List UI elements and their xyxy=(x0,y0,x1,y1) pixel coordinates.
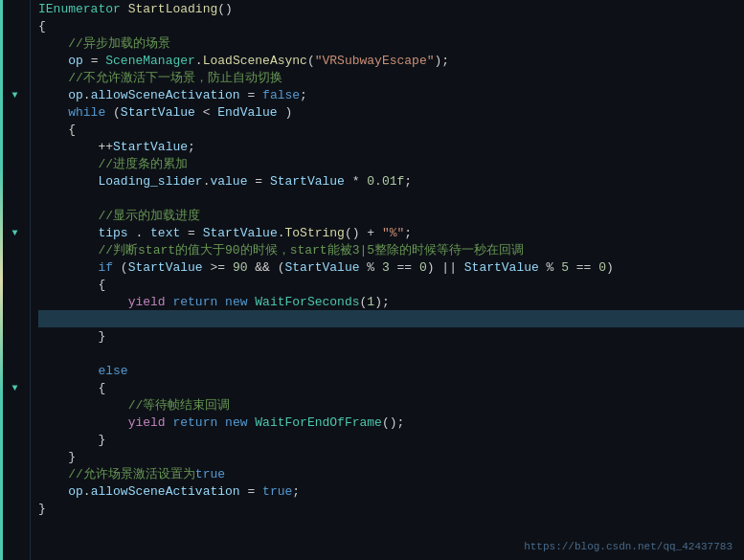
code-line-30: } xyxy=(38,500,744,517)
fold-3[interactable] xyxy=(9,34,22,52)
code-line-26: } xyxy=(38,431,744,448)
code-line-9: ++ StartValue ; xyxy=(38,138,744,155)
fold-2[interactable] xyxy=(9,17,22,34)
code-editor: ▼ ▼ ▼ IEnumerator StartLoad xyxy=(0,0,744,560)
fold-26[interactable] xyxy=(9,431,22,448)
code-line-25: yield return new WaitForEndOfFrame (); xyxy=(38,414,744,431)
code-line-27: } xyxy=(38,448,744,465)
code-line-10: //进度条的累加 xyxy=(38,155,744,172)
code-line-21 xyxy=(38,345,744,362)
code-line-2: { xyxy=(38,17,744,34)
code-content[interactable]: IEnumerator StartLoading () { //异步加载的场景 … xyxy=(31,0,744,560)
fold-1[interactable] xyxy=(9,0,22,17)
fold-9[interactable] xyxy=(9,138,22,155)
fold-6[interactable]: ▼ xyxy=(9,86,22,103)
code-line-4: op = SceneManager . LoadSceneAsync ( "VR… xyxy=(38,52,744,69)
fold-5[interactable] xyxy=(9,69,22,86)
fold-4[interactable] xyxy=(9,52,22,69)
code-line-6: op . allowSceneActivation = false ; xyxy=(38,86,744,103)
fold-13[interactable] xyxy=(9,207,22,224)
fold-24[interactable] xyxy=(9,396,22,414)
fold-10[interactable] xyxy=(9,155,22,172)
fold-7[interactable] xyxy=(9,103,22,121)
code-line-8: { xyxy=(38,121,744,138)
code-line-7: while ( StartValue < EndValue ) xyxy=(38,103,744,121)
fold-20[interactable] xyxy=(9,327,22,345)
fold-23[interactable]: ▼ xyxy=(9,379,22,396)
fold-11[interactable] xyxy=(9,172,22,190)
fold-16[interactable] xyxy=(9,258,22,276)
code-line-20: } xyxy=(38,327,744,345)
fold-17[interactable] xyxy=(9,276,22,293)
fold-29[interactable] xyxy=(9,482,22,500)
fold-21[interactable] xyxy=(9,345,22,362)
code-line-15: //判断start的值大于90的时候，start能被3|5整除的时候等待一秒在回… xyxy=(38,241,744,258)
code-line-19 xyxy=(38,310,744,327)
code-line-17: { xyxy=(38,276,744,293)
change-indicator xyxy=(0,0,3,560)
code-line-23: { xyxy=(38,379,744,396)
fold-22[interactable] xyxy=(9,362,22,379)
code-line-18: yield return new WaitForSeconds ( 1 ); xyxy=(38,293,744,310)
fold-18[interactable] xyxy=(9,293,22,310)
fold-30[interactable] xyxy=(9,500,22,517)
fold-32[interactable] xyxy=(9,534,22,551)
code-line-28: //允许场景激活设置为 true xyxy=(38,465,744,482)
code-line-16: if ( StartValue >= 90 && ( StartValue % … xyxy=(38,258,744,276)
fold-27[interactable] xyxy=(9,448,22,465)
code-line-13: //显示的加载进度 xyxy=(38,207,744,224)
code-line-1: IEnumerator StartLoading () xyxy=(38,0,744,17)
code-line-14: tips . text = StartValue . ToString () +… xyxy=(38,224,744,241)
code-line-5: //不允许激活下一场景，防止自动切换 xyxy=(38,69,744,86)
code-line-29: op . allowSceneActivation = true ; xyxy=(38,482,744,500)
fold-28[interactable] xyxy=(9,465,22,482)
fold-31[interactable] xyxy=(9,517,22,534)
code-line-22: else xyxy=(38,362,744,379)
code-line-24: //等待帧结束回调 xyxy=(38,396,744,414)
fold-19[interactable] xyxy=(9,310,22,327)
fold-25[interactable] xyxy=(9,414,22,431)
code-line-11: Loading_slider . value = StartValue * 0.… xyxy=(38,172,744,190)
gutter: ▼ ▼ ▼ xyxy=(0,0,31,560)
fold-15[interactable] xyxy=(9,241,22,258)
fold-12[interactable] xyxy=(9,190,22,207)
fold-14[interactable]: ▼ xyxy=(9,224,22,241)
fold-8[interactable] xyxy=(9,121,22,138)
code-line-3: //异步加载的场景 xyxy=(38,34,744,52)
watermark: https://blog.csdn.net/qq_42437783 xyxy=(524,541,733,552)
code-line-12 xyxy=(38,190,744,207)
